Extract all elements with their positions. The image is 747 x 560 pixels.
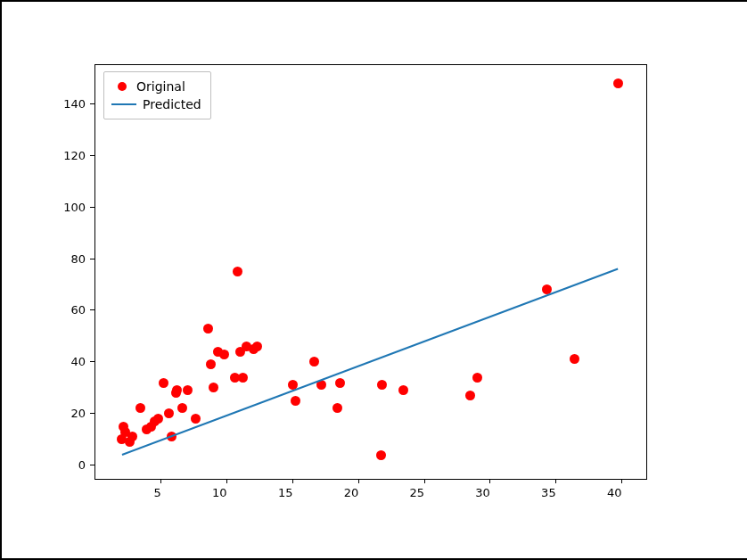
data-point (472, 373, 482, 383)
x-tick-label: 40 (607, 486, 622, 499)
plot-axes: Original Predicted 510152025303540020406… (94, 64, 647, 480)
y-tick-label: 120 (63, 149, 86, 162)
data-point (209, 383, 218, 392)
x-tick-label: 35 (541, 486, 556, 499)
legend-label: Original (136, 79, 185, 94)
legend-entry-original: Original (111, 78, 201, 95)
data-point (153, 414, 163, 424)
data-point (135, 403, 145, 413)
y-tick-label: 100 (63, 201, 86, 214)
legend-entry-predicted: Predicted (111, 95, 201, 113)
dot-icon (118, 82, 127, 91)
y-tick-label: 140 (63, 97, 86, 111)
data-point (613, 78, 623, 88)
data-point (164, 408, 174, 418)
y-tick-label: 20 (70, 407, 86, 420)
regression-line (121, 268, 618, 456)
data-point (203, 324, 213, 334)
data-point (177, 403, 187, 413)
data-point (233, 267, 242, 276)
data-point (377, 380, 387, 390)
data-point (206, 359, 216, 369)
data-point (219, 350, 229, 359)
y-tick-label: 0 (78, 458, 86, 472)
x-tick-label: 25 (410, 486, 425, 499)
x-tick-label: 20 (344, 486, 359, 499)
data-point (159, 378, 168, 388)
data-point (335, 378, 345, 388)
data-point (191, 414, 201, 424)
y-tick-label: 80 (70, 252, 86, 266)
y-tick-label: 60 (70, 303, 86, 317)
x-tick-label: 5 (154, 486, 161, 499)
data-point (252, 342, 262, 351)
x-tick-label: 15 (278, 486, 293, 499)
data-point (291, 396, 300, 406)
legend-label: Predicted (143, 97, 201, 111)
x-tick-label: 10 (212, 486, 227, 499)
data-point (465, 391, 475, 400)
data-point (570, 354, 579, 364)
data-point (309, 357, 319, 366)
plot-area: Original Predicted 510152025303540020406… (94, 64, 647, 480)
line-icon (111, 103, 136, 105)
data-point (398, 385, 408, 395)
y-tick-label: 40 (70, 355, 86, 368)
data-point (127, 432, 137, 441)
legend: Original Predicted (103, 71, 211, 119)
data-point (376, 450, 386, 460)
data-point (183, 385, 193, 395)
figure-frame: Original Predicted 510152025303540020406… (0, 0, 747, 560)
data-point (238, 373, 248, 383)
data-point (332, 403, 342, 413)
x-tick-label: 30 (475, 486, 490, 499)
